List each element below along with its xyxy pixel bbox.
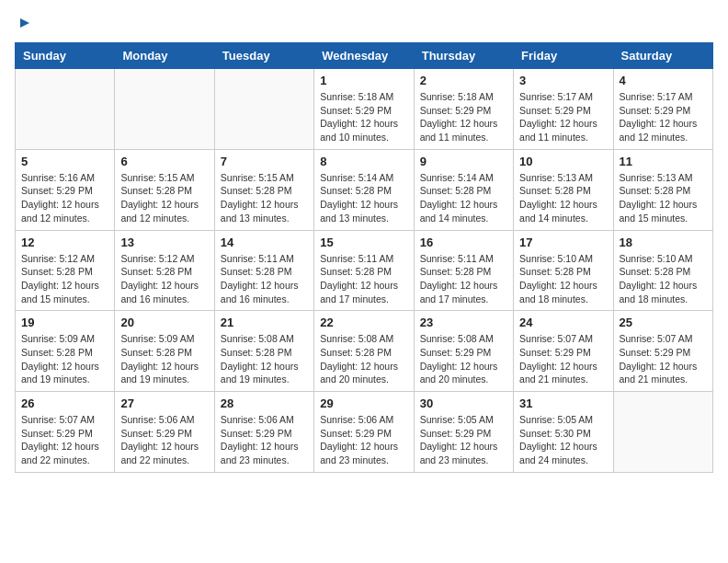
- day-number: 6: [120, 155, 208, 168]
- day-info: Sunrise: 5:10 AM Sunset: 5:28 PM Dayligh…: [620, 252, 707, 306]
- day-number: 9: [420, 155, 507, 168]
- day-number: 23: [420, 316, 507, 329]
- column-header-monday: Monday: [115, 43, 214, 69]
- day-info: Sunrise: 5:14 AM Sunset: 5:28 PM Dayligh…: [320, 171, 407, 225]
- day-number: 7: [221, 155, 308, 168]
- calendar-cell: 5Sunrise: 5:16 AM Sunset: 5:29 PM Daylig…: [16, 149, 115, 230]
- day-info: Sunrise: 5:06 AM Sunset: 5:29 PM Dayligh…: [120, 413, 208, 467]
- day-number: 22: [320, 316, 407, 329]
- day-number: 28: [221, 396, 308, 410]
- calendar-cell: 9Sunrise: 5:14 AM Sunset: 5:28 PM Daylig…: [414, 149, 513, 230]
- day-info: Sunrise: 5:09 AM Sunset: 5:28 PM Dayligh…: [21, 332, 108, 386]
- calendar-cell: 26Sunrise: 5:07 AM Sunset: 5:29 PM Dayli…: [16, 392, 115, 473]
- day-info: Sunrise: 5:18 AM Sunset: 5:29 PM Dayligh…: [420, 90, 507, 144]
- day-number: 13: [120, 236, 208, 249]
- day-number: 29: [320, 396, 407, 410]
- day-info: Sunrise: 5:12 AM Sunset: 5:28 PM Dayligh…: [21, 252, 108, 306]
- calendar-cell: 16Sunrise: 5:11 AM Sunset: 5:28 PM Dayli…: [414, 230, 513, 311]
- day-info: Sunrise: 5:08 AM Sunset: 5:28 PM Dayligh…: [221, 332, 308, 386]
- day-number: 27: [120, 396, 208, 410]
- calendar-cell: [214, 69, 313, 150]
- day-number: 15: [320, 236, 407, 249]
- day-info: Sunrise: 5:17 AM Sunset: 5:29 PM Dayligh…: [519, 90, 607, 144]
- calendar-cell: 18Sunrise: 5:10 AM Sunset: 5:28 PM Dayli…: [613, 230, 712, 311]
- calendar-header-row: SundayMondayTuesdayWednesdayThursdayFrid…: [16, 43, 713, 69]
- calendar-cell: 2Sunrise: 5:18 AM Sunset: 5:29 PM Daylig…: [414, 69, 513, 150]
- calendar-week-row: 5Sunrise: 5:16 AM Sunset: 5:29 PM Daylig…: [16, 149, 713, 230]
- calendar-cell: 24Sunrise: 5:07 AM Sunset: 5:29 PM Dayli…: [514, 311, 613, 392]
- calendar-cell: 22Sunrise: 5:08 AM Sunset: 5:28 PM Dayli…: [314, 311, 414, 392]
- day-number: 31: [519, 396, 607, 410]
- calendar-cell: [115, 69, 214, 150]
- calendar-cell: 27Sunrise: 5:06 AM Sunset: 5:29 PM Dayli…: [115, 392, 214, 473]
- day-info: Sunrise: 5:05 AM Sunset: 5:30 PM Dayligh…: [519, 413, 607, 467]
- calendar-cell: 17Sunrise: 5:10 AM Sunset: 5:28 PM Dayli…: [514, 230, 613, 311]
- day-number: 25: [620, 316, 707, 329]
- day-info: Sunrise: 5:07 AM Sunset: 5:29 PM Dayligh…: [620, 332, 707, 386]
- day-number: 26: [21, 396, 108, 410]
- calendar-cell: 6Sunrise: 5:15 AM Sunset: 5:28 PM Daylig…: [115, 149, 214, 230]
- column-header-wednesday: Wednesday: [314, 43, 414, 69]
- day-info: Sunrise: 5:07 AM Sunset: 5:29 PM Dayligh…: [21, 413, 108, 467]
- day-number: 8: [320, 155, 407, 168]
- calendar-cell: 13Sunrise: 5:12 AM Sunset: 5:28 PM Dayli…: [115, 230, 214, 311]
- column-header-saturday: Saturday: [613, 43, 712, 69]
- day-number: 4: [620, 74, 707, 87]
- logo-arrow-icon: [17, 15, 33, 31]
- svg-marker-0: [20, 18, 29, 28]
- day-info: Sunrise: 5:06 AM Sunset: 5:29 PM Dayligh…: [320, 413, 407, 467]
- calendar-cell: 21Sunrise: 5:08 AM Sunset: 5:28 PM Dayli…: [214, 311, 313, 392]
- calendar-cell: 30Sunrise: 5:05 AM Sunset: 5:29 PM Dayli…: [414, 392, 513, 473]
- day-number: 24: [519, 316, 607, 329]
- calendar-cell: 14Sunrise: 5:11 AM Sunset: 5:28 PM Dayli…: [214, 230, 313, 311]
- day-info: Sunrise: 5:14 AM Sunset: 5:28 PM Dayligh…: [420, 171, 507, 225]
- calendar-cell: 10Sunrise: 5:13 AM Sunset: 5:28 PM Dayli…: [514, 149, 613, 230]
- calendar-cell: [613, 392, 712, 473]
- logo: [15, 15, 33, 31]
- day-info: Sunrise: 5:16 AM Sunset: 5:29 PM Dayligh…: [21, 171, 108, 225]
- day-number: 1: [320, 74, 407, 87]
- day-number: 14: [221, 236, 308, 249]
- day-info: Sunrise: 5:17 AM Sunset: 5:29 PM Dayligh…: [620, 90, 707, 144]
- day-number: 5: [21, 155, 108, 168]
- day-number: 12: [21, 236, 108, 249]
- day-info: Sunrise: 5:11 AM Sunset: 5:28 PM Dayligh…: [420, 252, 507, 306]
- calendar-cell: 28Sunrise: 5:06 AM Sunset: 5:29 PM Dayli…: [214, 392, 313, 473]
- page-header: [15, 15, 713, 31]
- calendar-cell: 19Sunrise: 5:09 AM Sunset: 5:28 PM Dayli…: [16, 311, 115, 392]
- day-number: 10: [519, 155, 607, 168]
- day-number: 16: [420, 236, 507, 249]
- day-info: Sunrise: 5:06 AM Sunset: 5:29 PM Dayligh…: [221, 413, 308, 467]
- calendar-cell: 25Sunrise: 5:07 AM Sunset: 5:29 PM Dayli…: [613, 311, 712, 392]
- calendar-table: SundayMondayTuesdayWednesdayThursdayFrid…: [15, 42, 713, 473]
- day-info: Sunrise: 5:15 AM Sunset: 5:28 PM Dayligh…: [221, 171, 308, 225]
- calendar-cell: 11Sunrise: 5:13 AM Sunset: 5:28 PM Dayli…: [613, 149, 712, 230]
- calendar-week-row: 19Sunrise: 5:09 AM Sunset: 5:28 PM Dayli…: [16, 311, 713, 392]
- calendar-cell: 15Sunrise: 5:11 AM Sunset: 5:28 PM Dayli…: [314, 230, 414, 311]
- calendar-cell: 23Sunrise: 5:08 AM Sunset: 5:29 PM Dayli…: [414, 311, 513, 392]
- day-number: 20: [120, 316, 208, 329]
- day-info: Sunrise: 5:18 AM Sunset: 5:29 PM Dayligh…: [320, 90, 407, 144]
- column-header-tuesday: Tuesday: [214, 43, 313, 69]
- day-info: Sunrise: 5:08 AM Sunset: 5:29 PM Dayligh…: [420, 332, 507, 386]
- day-info: Sunrise: 5:12 AM Sunset: 5:28 PM Dayligh…: [120, 252, 208, 306]
- day-info: Sunrise: 5:13 AM Sunset: 5:28 PM Dayligh…: [519, 171, 607, 225]
- day-number: 2: [420, 74, 507, 87]
- calendar-cell: 1Sunrise: 5:18 AM Sunset: 5:29 PM Daylig…: [314, 69, 414, 150]
- day-number: 18: [620, 236, 707, 249]
- day-info: Sunrise: 5:11 AM Sunset: 5:28 PM Dayligh…: [320, 252, 407, 306]
- column-header-sunday: Sunday: [16, 43, 115, 69]
- day-number: 17: [519, 236, 607, 249]
- day-info: Sunrise: 5:15 AM Sunset: 5:28 PM Dayligh…: [120, 171, 208, 225]
- calendar-cell: 29Sunrise: 5:06 AM Sunset: 5:29 PM Dayli…: [314, 392, 414, 473]
- calendar-cell: 12Sunrise: 5:12 AM Sunset: 5:28 PM Dayli…: [16, 230, 115, 311]
- calendar-cell: 31Sunrise: 5:05 AM Sunset: 5:30 PM Dayli…: [514, 392, 613, 473]
- column-header-friday: Friday: [514, 43, 613, 69]
- day-info: Sunrise: 5:09 AM Sunset: 5:28 PM Dayligh…: [120, 332, 208, 386]
- day-info: Sunrise: 5:07 AM Sunset: 5:29 PM Dayligh…: [519, 332, 607, 386]
- day-number: 3: [519, 74, 607, 87]
- day-number: 21: [221, 316, 308, 329]
- day-info: Sunrise: 5:13 AM Sunset: 5:28 PM Dayligh…: [620, 171, 707, 225]
- day-number: 19: [21, 316, 108, 329]
- calendar-cell: 7Sunrise: 5:15 AM Sunset: 5:28 PM Daylig…: [214, 149, 313, 230]
